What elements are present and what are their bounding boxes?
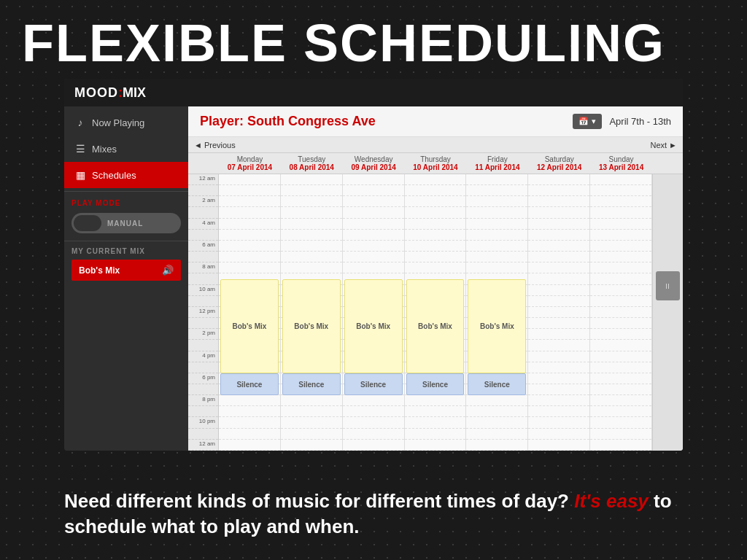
time-slot: [188, 252, 218, 262]
day-cell: [219, 185, 280, 196]
current-mix-section: MY CURRENT MIX Bob's Mix 🔊: [64, 241, 188, 287]
day-cell: [528, 230, 589, 241]
date-range-control: 📅 ▾ April 7th - 13th: [573, 114, 671, 129]
day-cell: [343, 241, 404, 252]
calendar-button[interactable]: 📅 ▾: [573, 114, 602, 129]
day-header-1: Tuesday 08 April 2014: [281, 153, 343, 174]
date-range-text: April 7th - 13th: [609, 116, 671, 127]
day-cell: [528, 185, 589, 196]
day-col-2[interactable]: Bob's MixSilence: [343, 174, 405, 451]
day-cell: [219, 241, 280, 252]
time-slot: 2 am: [188, 196, 218, 207]
time-slot: [188, 207, 218, 218]
mix-item[interactable]: Bob's Mix 🔊: [71, 260, 181, 281]
scrollbar-thumb[interactable]: ||: [656, 271, 680, 300]
day-cell: [405, 185, 466, 196]
day-cell: [343, 219, 404, 230]
time-slot: 6 pm: [188, 373, 218, 384]
day-cell: [590, 384, 651, 395]
day-date-6: 13 April 2014: [593, 163, 649, 171]
day-cell: [590, 230, 651, 241]
day-cell: [466, 174, 527, 185]
sidebar-item-now-playing[interactable]: ♪ Now Playing: [64, 109, 188, 136]
day-cell: [528, 362, 589, 373]
sidebar-nav: ♪ Now Playing ☰ Mixes ▦ Schedules: [64, 106, 188, 191]
mix-block[interactable]: Bob's Mix: [406, 279, 465, 373]
mix-block[interactable]: Bob's Mix: [468, 279, 526, 373]
day-cell: [281, 262, 342, 273]
day-cell: [281, 417, 342, 428]
time-slot: [188, 318, 218, 329]
time-slot: [188, 296, 218, 307]
day-cell: [281, 174, 342, 185]
toggle-knob: [74, 215, 101, 231]
day-cell: [343, 262, 404, 273]
mix-block[interactable]: Bob's Mix: [282, 279, 341, 373]
day-cell: [343, 196, 404, 207]
day-cell: [590, 362, 651, 373]
day-cell: [466, 395, 527, 406]
day-col-1[interactable]: Bob's MixSilence: [281, 174, 343, 451]
time-slot: 8 pm: [188, 395, 218, 406]
day-cell: [590, 395, 651, 406]
time-slot: [188, 230, 218, 241]
time-slot: 12 am: [188, 174, 218, 185]
time-slot: 4 am: [188, 219, 218, 230]
day-cell: [281, 252, 342, 262]
day-cell: [590, 329, 651, 340]
time-slot: [188, 406, 218, 417]
day-cell: [528, 373, 589, 384]
mix-block[interactable]: Bob's Mix: [344, 279, 403, 373]
day-cell: [343, 230, 404, 241]
mix-block[interactable]: Bob's Mix: [220, 279, 279, 373]
prev-button[interactable]: ◄ Previous: [188, 139, 241, 151]
music-icon: ♪: [74, 117, 86, 128]
cal-header: Monday 07 April 2014 Tuesday 08 April 20…: [188, 153, 683, 174]
day-cell: [528, 340, 589, 351]
day-cell: [219, 406, 280, 417]
day-cell: [219, 207, 280, 218]
day-cell: [590, 318, 651, 329]
day-cell: [405, 196, 466, 207]
time-slot: 8 am: [188, 262, 218, 273]
day-cell: [466, 196, 527, 207]
day-cell: [466, 406, 527, 417]
manual-toggle[interactable]: MANUAL: [71, 213, 181, 233]
day-cell: [590, 285, 651, 296]
silence-block[interactable]: Silence: [220, 373, 279, 395]
silence-block[interactable]: Silence: [406, 373, 465, 395]
sidebar-label-now-playing: Now Playing: [92, 117, 144, 128]
day-date-1: 08 April 2014: [284, 163, 340, 171]
day-col-3[interactable]: Bob's MixSilence: [405, 174, 467, 451]
day-header-0: Monday 07 April 2014: [219, 153, 281, 174]
time-slot: [188, 340, 218, 351]
silence-block[interactable]: Silence: [468, 373, 526, 395]
sidebar-label-schedules: Schedules: [92, 170, 136, 181]
day-col-4[interactable]: Bob's MixSilence: [466, 174, 528, 451]
day-cell: [528, 219, 589, 230]
next-button[interactable]: Next ►: [644, 139, 683, 151]
sidebar-label-mixes: Mixes: [92, 144, 117, 155]
time-slot: [188, 362, 218, 373]
day-cell: [528, 417, 589, 428]
scrollbar[interactable]: ||: [652, 174, 683, 451]
time-slot: 10 am: [188, 285, 218, 296]
logo: MOOD:MIX: [74, 85, 146, 101]
time-col-header: [188, 153, 219, 174]
silence-block[interactable]: Silence: [344, 373, 403, 395]
sidebar-item-mixes[interactable]: ☰ Mixes: [64, 136, 188, 162]
day-cell: [281, 196, 342, 207]
sidebar-item-schedules[interactable]: ▦ Schedules: [64, 162, 188, 188]
day-col-0[interactable]: Bob's MixSilence: [219, 174, 281, 451]
day-cell: [405, 252, 466, 262]
main-title: FLEXIBLE SCHEDULING: [0, 0, 747, 79]
day-cell: [405, 417, 466, 428]
silence-block[interactable]: Silence: [282, 373, 341, 395]
time-slot: [188, 185, 218, 196]
day-cell: [405, 207, 466, 218]
day-cell: [466, 185, 527, 196]
time-slot: 2 pm: [188, 329, 218, 340]
day-cell: [528, 241, 589, 252]
day-date-2: 09 April 2014: [346, 163, 402, 171]
day-cell: [466, 429, 527, 440]
